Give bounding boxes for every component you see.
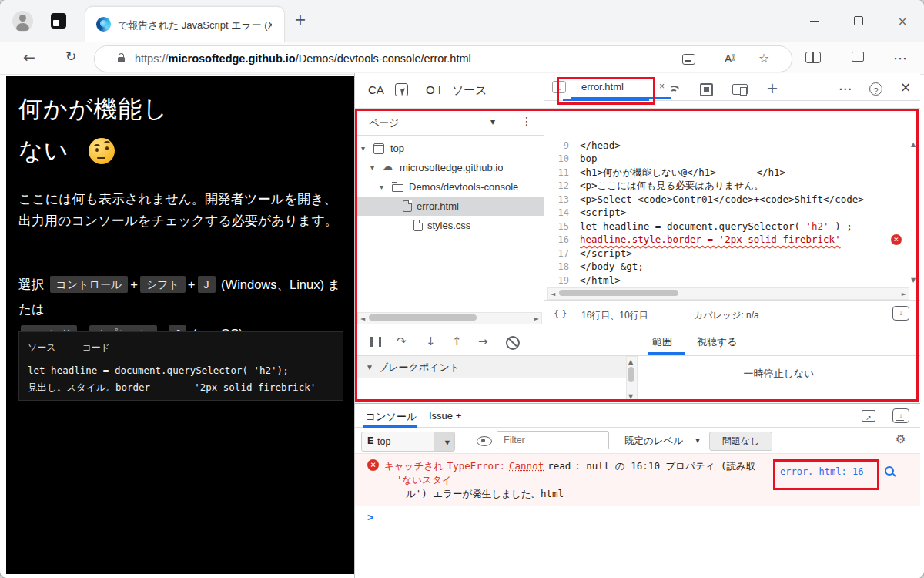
dock-download-icon[interactable]	[892, 306, 909, 321]
scrollbar-thumb[interactable]	[559, 290, 678, 296]
devtools-tab-elements[interactable]: CA	[368, 83, 384, 96]
devtools-tab-sources[interactable]: ソース	[452, 83, 487, 98]
refresh-icon[interactable]	[65, 50, 76, 63]
feedback-icon[interactable]	[862, 410, 875, 422]
new-tab-button[interactable]	[294, 12, 306, 27]
console-settings-gear-icon[interactable]	[896, 434, 906, 445]
expander-icon[interactable]: ▾	[361, 144, 365, 153]
line-number[interactable]: 11	[544, 167, 569, 178]
no-issues-button[interactable]: 問題なし	[709, 432, 772, 451]
tab-scope[interactable]: 範囲	[652, 335, 672, 349]
scroll-left-icon[interactable]: ◄	[360, 315, 365, 322]
console-filter-input[interactable]	[497, 431, 609, 449]
workspaces-icon[interactable]	[51, 13, 66, 29]
step-icon[interactable]	[478, 336, 488, 348]
error-badge-icon[interactable]	[891, 234, 902, 245]
console-prompt[interactable]: >	[367, 511, 373, 523]
breakpoints-section[interactable]: ▼ ブレークポイント	[355, 356, 626, 378]
back-icon[interactable]	[23, 50, 35, 65]
tab-watch[interactable]: 視聴する	[697, 335, 738, 349]
code-line[interactable]: 14<script>	[544, 207, 919, 220]
console-dock-icon[interactable]	[892, 408, 909, 423]
tab-issues[interactable]: Issue +	[429, 410, 461, 422]
line-number[interactable]: 12	[544, 180, 569, 191]
code-line[interactable]: 13<p>Select <code>Contr01</code>+<code>S…	[544, 193, 919, 207]
code-line[interactable]: 19</html>	[544, 274, 919, 288]
code-line[interactable]: 15let headline = document.querySelector(…	[544, 220, 919, 234]
step-over-icon[interactable]	[397, 336, 407, 348]
favorite-star-icon[interactable]	[758, 52, 769, 65]
tab-close-icon[interactable]: ×	[659, 81, 665, 92]
scrollbar-thumb[interactable]	[628, 367, 634, 382]
line-number[interactable]: 18	[544, 261, 569, 272]
live-expression-eye-icon[interactable]	[477, 436, 492, 446]
code-line[interactable]: 9</head>	[544, 139, 919, 153]
navigator-horizontal-scrollbar[interactable]: ◄ ►	[357, 312, 542, 324]
braces-icon[interactable]	[554, 309, 567, 318]
window-maximize-button[interactable]	[846, 11, 871, 31]
magnifier-icon[interactable]	[885, 466, 894, 476]
tree-item-folder[interactable]: ▾ Demos/devtools-console	[355, 177, 544, 197]
error-source-link[interactable]: error. html: 16	[780, 466, 863, 477]
scroll-left-icon[interactable]: ◄	[551, 291, 555, 297]
navigator-more-icon[interactable]	[521, 116, 532, 126]
tree-item-styles-css[interactable]: styles.css	[355, 216, 544, 235]
step-into-icon[interactable]	[426, 336, 436, 348]
line-number[interactable]: 15	[544, 221, 569, 232]
toggle-navigator-icon[interactable]	[552, 81, 566, 93]
window-minimize-button[interactable]	[802, 11, 827, 31]
deactivate-breakpoints-icon[interactable]	[506, 336, 520, 350]
tree-item-error-html[interactable]: error.html	[355, 197, 544, 216]
tree-item-top[interactable]: ▾ top	[355, 139, 544, 158]
breakpoints-scrollbar[interactable]: ▲ ▼	[626, 356, 638, 402]
code-line[interactable]: 12<p>ここには何も見る必要はありません。	[544, 180, 919, 193]
expander-icon[interactable]: ▾	[370, 163, 374, 172]
window-close-button[interactable]	[890, 11, 915, 31]
chevron-down-icon[interactable]	[490, 117, 495, 126]
navigator-page-dropdown[interactable]: ページ	[369, 116, 400, 130]
line-number[interactable]: 13	[544, 194, 569, 205]
scrollbar-thumb[interactable]	[369, 314, 477, 321]
read-aloud-icon[interactable]: A))	[725, 52, 735, 65]
code-line-error[interactable]: 16headline.style.border = '2px solid fir…	[544, 234, 919, 247]
console-context-dropdown[interactable]: E top	[361, 432, 455, 452]
pause-icon[interactable]	[370, 337, 381, 347]
lock-icon[interactable]	[118, 57, 125, 62]
scroll-down-icon[interactable]: ▼	[628, 393, 633, 400]
scroll-right-icon[interactable]: ►	[902, 291, 906, 297]
editor-tab-label: error.html	[581, 81, 624, 92]
code-line[interactable]: 17</script>	[544, 247, 919, 261]
browser-menu-icon[interactable]	[893, 52, 907, 66]
log-levels-dropdown[interactable]: 既定のレベル	[624, 435, 683, 448]
collapse-icon[interactable]: ▼	[366, 363, 373, 371]
tree-item-origin[interactable]: ▾ microsoftedge.github.io	[355, 158, 544, 177]
editor-tab-error-html[interactable]: error.html ×	[571, 75, 671, 99]
code-line[interactable]: 11<h1>何かが機能しない@</h1> </h1>	[544, 166, 919, 180]
scroll-down-icon[interactable]: ▼	[911, 277, 916, 284]
devtools-tab-console[interactable]: O I	[426, 83, 441, 96]
scroll-up-icon[interactable]: ▲	[911, 141, 916, 148]
inspect-element-icon[interactable]	[395, 83, 408, 96]
profile-avatar[interactable]	[12, 11, 33, 32]
line-number[interactable]: 9	[544, 140, 569, 151]
app-install-icon[interactable]	[682, 54, 695, 65]
line-number[interactable]: 16	[544, 234, 569, 245]
address-bar[interactable]: https://microsoftedge.github.io/Demos/de…	[94, 45, 792, 72]
expander-icon[interactable]: ▾	[380, 183, 383, 191]
code-line[interactable]: 10bop	[544, 153, 919, 166]
line-number[interactable]: 14	[544, 207, 569, 218]
scroll-right-icon[interactable]: ►	[534, 315, 539, 322]
line-number[interactable]: 17	[544, 248, 569, 259]
tree-item-label: styles.css	[427, 220, 470, 231]
collections-icon[interactable]	[852, 52, 864, 62]
scroll-up-icon[interactable]: ▲	[628, 358, 633, 365]
code-line[interactable]: 18</body &gt;	[544, 260, 919, 274]
line-number[interactable]: 19	[544, 275, 569, 286]
chevron-down-icon[interactable]	[695, 435, 700, 445]
split-screen-icon[interactable]	[805, 52, 821, 63]
step-out-icon[interactable]	[452, 336, 462, 348]
tab-console[interactable]: コンソール	[366, 410, 417, 424]
editor-horizontal-scrollbar[interactable]: ◄ ►	[547, 287, 909, 300]
line-number[interactable]: 10	[544, 153, 569, 164]
browser-tab[interactable]: で報告された JavaScript エラー (X	[85, 6, 285, 43]
